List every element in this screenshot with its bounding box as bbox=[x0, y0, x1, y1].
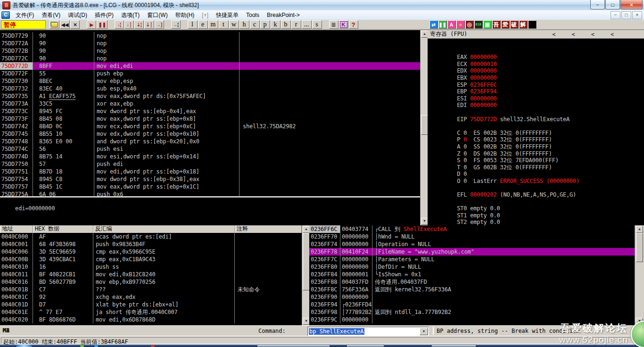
plugin-dot-button[interactable]: ● bbox=[456, 20, 465, 29]
disasm-row[interactable]: 75DD7732 83EC 40 sub esp,0x40 bbox=[0, 85, 420, 92]
brand-blank-button[interactable] bbox=[528, 20, 537, 29]
stack-scrollbar[interactable]: ▲ ▼ bbox=[635, 225, 644, 325]
dump-row[interactable]: 0040C01B C7 ??? 未知命令 bbox=[0, 286, 302, 293]
mdi-restore-button[interactable]: □ bbox=[621, 11, 631, 19]
plugin-pause-button[interactable]: ❚❚ bbox=[438, 20, 447, 29]
plugin-api-button[interactable]: A bbox=[447, 20, 456, 29]
scroll-down-icon[interactable]: ▼ bbox=[421, 218, 428, 225]
menu-shortcut[interactable]: 快捷菜单 bbox=[212, 10, 242, 20]
brand-jie-button[interactable]: 解 bbox=[519, 20, 528, 29]
scroll-up-icon[interactable]: ▲ bbox=[421, 31, 428, 38]
step-over-button[interactable]: ↓┊ bbox=[124, 20, 134, 29]
view-patches-button[interactable]: p bbox=[260, 20, 270, 29]
dump-row[interactable]: 0040C020 BF 8D86876D mov edi,0x6D87868D bbox=[0, 316, 302, 323]
dump-row[interactable]: 0040C010 16 push ss bbox=[0, 263, 302, 271]
menu-breakpoint[interactable]: BreakPoint-> bbox=[263, 10, 304, 20]
stack-row[interactable]: 0236FF7C 00000000 │Parameters = NULL bbox=[309, 256, 635, 263]
disasm-row[interactable]: 75DD773F 8B45 08 mov eax,dword ptr ss:[e… bbox=[0, 115, 420, 123]
plugin-bits-button[interactable]: 010 bbox=[474, 20, 483, 29]
log-list-button[interactable]: ☰ bbox=[329, 20, 339, 29]
tray-icon[interactable] bbox=[94, 345, 98, 347]
disasm-row[interactable]: 75DD7745 8B55 10 mov edx,dword ptr ss:[e… bbox=[0, 130, 420, 138]
close-debuggee-button[interactable]: ✕ bbox=[70, 20, 80, 29]
view-executables-button[interactable]: e bbox=[198, 20, 208, 29]
disasm-row[interactable]: 75DD7750 57 push edi bbox=[0, 160, 420, 168]
taskbar-app-button[interactable] bbox=[257, 345, 330, 347]
go-to-address-button[interactable]: →¦ bbox=[171, 20, 181, 29]
view-references-button[interactable]: r bbox=[291, 20, 301, 29]
disasm-row[interactable]: 75DD7757 8B45 1C mov eax,dword ptr ss:[e… bbox=[0, 183, 420, 190]
menu-plus[interactable]: [+] bbox=[198, 10, 212, 20]
stack-row[interactable]: 0236FF90 00000000 bbox=[309, 293, 635, 301]
trace-into-button[interactable]: ⇣¦ bbox=[134, 20, 144, 29]
dump-scrollbar[interactable]: ▲ ▼ bbox=[302, 225, 309, 325]
execute-till-return-button[interactable]: →] bbox=[155, 20, 164, 29]
menu-tools[interactable]: Tools bbox=[242, 10, 263, 20]
view-threads-button[interactable]: t bbox=[219, 20, 229, 29]
stack-row[interactable]: 0236FF88 004037FD 传奇通用.004037FD bbox=[309, 278, 635, 286]
close-button[interactable]: × bbox=[620, 0, 643, 9]
dump-row[interactable]: 0040C01E ^ 77 E7 ja short 传奇通用.0040C007 bbox=[0, 308, 302, 316]
disasm-row[interactable]: 75DD772F 55 push ebp bbox=[0, 70, 420, 77]
view-breakpoints-button[interactable]: b bbox=[281, 20, 291, 29]
disasm-row[interactable]: 75DD7729 90 nop bbox=[0, 32, 420, 40]
dump-scroll-thumb[interactable] bbox=[303, 233, 310, 290]
menu-plugins[interactable]: 插件(P) bbox=[91, 10, 117, 20]
disasm-row[interactable]: 75DD772C 90 nop bbox=[0, 55, 420, 62]
disasm-row[interactable]: 75DD772D 8BFF mov edi,edi bbox=[0, 62, 420, 70]
dump-row[interactable]: 0040C000 AF scas dword ptr es:[edi] bbox=[0, 233, 302, 240]
restore-button[interactable]: □ bbox=[605, 0, 620, 9]
disasm-row[interactable]: 75DD772A 90 nop bbox=[0, 40, 420, 47]
disasm-row[interactable]: 75DD772B 90 nop bbox=[0, 47, 420, 55]
disasm-row[interactable]: 75DD7735 A1 ECAFF575 mov eax,dword ptr d… bbox=[0, 92, 420, 100]
dump-row[interactable]: 0040C016 BD 560277B9 mov ebp,0xB9770256 bbox=[0, 278, 302, 286]
stack-row[interactable]: 0236FF78 00410F24 │FileName = "www.yuzho… bbox=[309, 248, 635, 256]
combo-dropdown-icon[interactable]: ▼ bbox=[420, 328, 428, 335]
command-text[interactable]: bp ShellExecuteA bbox=[309, 328, 364, 335]
dump-row[interactable]: 0040C01D D7 xlat byte ptr ds:[ebx+al] bbox=[0, 301, 302, 308]
macro-button[interactable]: M5 bbox=[0, 327, 12, 334]
scroll-down-icon[interactable]: ▼ bbox=[303, 318, 310, 325]
disasm-row[interactable]: 75DD774D 8B75 14 mov esi,dword ptr ss:[e… bbox=[0, 153, 420, 160]
view-handles-button[interactable]: h bbox=[239, 20, 249, 29]
scroll-up-icon[interactable]: ▲ bbox=[303, 226, 310, 233]
stack-row[interactable]: 0236FF94 ┌0236FFD4 bbox=[309, 301, 635, 308]
plugin-swap-button[interactable]: ⇄ bbox=[429, 20, 438, 29]
dump-row[interactable]: 0040C006 3D 5EC96659 cmp eax,0x5966C95E bbox=[0, 248, 302, 256]
disasm-row[interactable]: 75DD7751 8B7D 18 mov edi,dword ptr ss:[e… bbox=[0, 168, 420, 175]
taskbar-app-button[interactable] bbox=[347, 345, 384, 347]
dump-header-hex[interactable]: HEX 数据 bbox=[33, 225, 93, 233]
stack-row[interactable]: 0236FF70 00000000 │hWnd = NULL bbox=[309, 233, 635, 240]
open-file-button[interactable] bbox=[50, 20, 59, 29]
dump-row[interactable]: 0040C01C 92 xchg eax,edx bbox=[0, 293, 302, 301]
disasm-row[interactable]: 75DD7742 8B4D 0C mov ecx,dword ptr ss:[e… bbox=[0, 123, 420, 130]
command-input[interactable]: bp ShellExecuteA ▼ bbox=[307, 327, 429, 336]
plugin-board-button[interactable]: ▣ bbox=[483, 20, 492, 29]
dump-header-address[interactable]: 地址 bbox=[0, 225, 33, 233]
collapse-column-button[interactable]: < bbox=[611, 31, 614, 38]
stack-row[interactable]: 0236FF6C 00403774 ┌CALL 到 ShellExecuteA bbox=[309, 225, 635, 233]
stack-row[interactable]: 0236FF98 │777B92B2 返回到 ntdll_1a.777B92B2 bbox=[309, 308, 635, 316]
plugin-target-button[interactable]: ◎ bbox=[465, 20, 474, 29]
stack-row[interactable]: 0236FF8C 756F336A 返回到 kernel32.756F336A bbox=[309, 286, 635, 293]
stack-row[interactable]: 0236FF74 00000000 │Operation = NULL bbox=[309, 240, 635, 248]
view-log-button[interactable]: l bbox=[188, 20, 198, 29]
dump-row[interactable]: 0040C001 68 4F3B3698 push 0x98363B4F bbox=[0, 240, 302, 248]
disasm-scrollbar[interactable]: ▲ ▼ bbox=[420, 30, 428, 225]
collapse-column-button[interactable]: < bbox=[572, 31, 575, 38]
collapse-column-button[interactable]: < bbox=[591, 31, 594, 38]
menu-view[interactable]: 查看(V) bbox=[38, 10, 64, 20]
menu-options[interactable]: 选项(T) bbox=[117, 10, 143, 20]
menu-debug[interactable]: 调试(D) bbox=[64, 10, 91, 20]
help-button[interactable]: ? bbox=[349, 20, 358, 29]
disasm-row[interactable]: 75DD7748 8365 E0 00 and dword ptr ss:[eb… bbox=[0, 138, 420, 145]
mdi-minimize-button[interactable]: − bbox=[611, 11, 620, 19]
disasm-row[interactable]: 75DD773C 8945 FC mov dword ptr ss:[ebp-0… bbox=[0, 107, 420, 115]
disasm-row[interactable]: 75DD7754 8945 C8 mov dword ptr ss:[ebp-0… bbox=[0, 175, 420, 183]
windows-taskbar[interactable] bbox=[0, 345, 644, 347]
tray-icon[interactable] bbox=[80, 345, 84, 347]
disasm-scroll-thumb[interactable] bbox=[421, 115, 428, 135]
view-cpu-button[interactable]: c bbox=[250, 20, 260, 29]
dump-header-comment[interactable]: 注释 bbox=[235, 225, 302, 233]
disasm-row[interactable]: 75DD7730 8BEC mov ebp,esp bbox=[0, 77, 420, 85]
